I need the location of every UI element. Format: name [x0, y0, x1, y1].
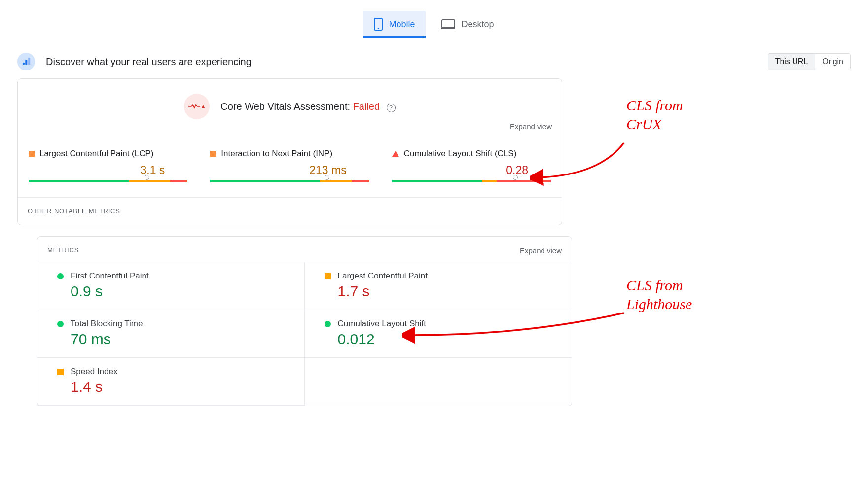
tab-desktop-label: Desktop [461, 19, 494, 30]
assessment-text: Core Web Vitals Assessment: Failed ? [220, 101, 395, 112]
mobile-icon [374, 18, 383, 31]
lh-header: METRICS Expand view [37, 246, 572, 262]
scope-origin[interactable]: Origin [815, 54, 850, 70]
lh-lcp-name: Largest Contentful Paint [338, 271, 428, 281]
annotation-lh: CLS fromLighthouse [626, 276, 692, 313]
cwv-cls-bar [392, 180, 551, 182]
lh-lcp: Largest Contentful Paint 1.7 s [305, 262, 572, 310]
status-dot-icon [325, 321, 331, 327]
lh-tbt: Total Blocking Time 70 ms [37, 310, 305, 358]
svg-rect-6 [28, 58, 30, 65]
status-square-icon [57, 369, 64, 375]
lh-fcp-name: First Contentful Paint [71, 271, 149, 281]
cwv-cls-value: 0.28 [392, 159, 551, 180]
lh-si: Speed Index 1.4 s [37, 358, 305, 406]
scope-toggle: This URL Origin [768, 53, 851, 70]
status-triangle-icon [392, 151, 399, 157]
svg-marker-7 [202, 105, 205, 108]
status-square-icon [325, 273, 331, 279]
tab-mobile[interactable]: Mobile [363, 11, 426, 38]
lh-cls: Cumulative Layout Shift 0.012 [305, 310, 572, 358]
svg-rect-2 [442, 20, 455, 28]
assessment-badge-icon [184, 94, 210, 119]
assessment-row: Core Web Vitals Assessment: Failed ? Exp… [18, 94, 562, 119]
gauge-icon [17, 53, 35, 70]
svg-point-4 [23, 63, 25, 65]
discover-title: Discover what your real users are experi… [46, 56, 768, 68]
lh-header-label: METRICS [47, 246, 79, 255]
cwv-inp-value: 213 ms [210, 159, 369, 180]
lh-lcp-value: 1.7 s [338, 283, 562, 300]
crux-panel: Core Web Vitals Assessment: Failed ? Exp… [17, 78, 562, 225]
assessment-status: Failed [353, 101, 380, 112]
status-square-icon [210, 151, 216, 157]
desktop-icon [441, 19, 455, 29]
cwv-inp-bar [210, 180, 369, 182]
cwv-inp-name[interactable]: Interaction to Next Paint (INP) [221, 149, 332, 159]
lh-fcp: First Contentful Paint 0.9 s [37, 262, 305, 310]
cwv-lcp: Largest Contentful Paint (LCP) 3.1 s [29, 149, 187, 182]
cwv-inp: Interaction to Next Paint (INP) 213 ms [210, 149, 369, 182]
svg-rect-5 [25, 60, 27, 65]
svg-point-1 [378, 28, 379, 29]
lh-fcp-value: 0.9 s [71, 283, 294, 300]
tab-mobile-label: Mobile [389, 19, 415, 30]
lh-cls-value: 0.012 [338, 331, 562, 348]
status-square-icon [29, 151, 35, 157]
lh-si-value: 1.4 s [71, 379, 294, 395]
lh-tbt-name: Total Blocking Time [71, 319, 143, 329]
cwv-lcp-name[interactable]: Largest Contentful Paint (LCP) [39, 149, 154, 159]
other-metrics-label: OTHER NOTABLE METRICS [18, 198, 562, 225]
lh-si-name: Speed Index [71, 367, 117, 377]
cwv-cls: Cumulative Layout Shift (CLS) 0.28 [392, 149, 551, 182]
help-icon[interactable]: ? [387, 104, 396, 112]
status-dot-icon [57, 273, 64, 279]
tab-desktop[interactable]: Desktop [431, 11, 505, 38]
annotation-crux: CLS fromCrUX [626, 96, 683, 133]
discover-header: Discover what your real users are experi… [0, 38, 868, 78]
lighthouse-panel: METRICS Expand view First Contentful Pai… [37, 236, 572, 406]
cwv-lcp-value: 3.1 s [29, 159, 187, 180]
svg-rect-3 [441, 28, 455, 30]
cwv-lcp-bar [29, 180, 187, 182]
lh-empty [305, 358, 572, 406]
lh-tbt-value: 70 ms [71, 331, 294, 348]
cwv-metrics-row: Largest Contentful Paint (LCP) 3.1 s Int… [18, 119, 562, 198]
assessment-label: Core Web Vitals Assessment: [220, 101, 350, 112]
expand-view-crux[interactable]: Expand view [510, 122, 552, 131]
scope-this-url[interactable]: This URL [768, 54, 815, 70]
lh-cls-name: Cumulative Layout Shift [338, 319, 427, 329]
expand-view-lh[interactable]: Expand view [520, 246, 562, 255]
status-dot-icon [57, 321, 64, 327]
device-tabs: Mobile Desktop [0, 0, 868, 38]
cwv-cls-name[interactable]: Cumulative Layout Shift (CLS) [404, 149, 517, 159]
